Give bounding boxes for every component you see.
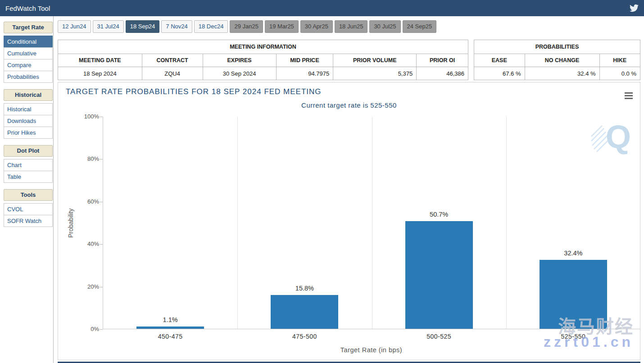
sidebar-item-compare[interactable]: Compare xyxy=(4,59,53,71)
cell-expires: 30 Sep 2024 xyxy=(203,67,276,80)
cell-hike: 0.0 % xyxy=(599,67,640,80)
chart-export-menu-icon[interactable] xyxy=(625,92,633,100)
vertical-gridline xyxy=(640,117,640,329)
probabilities-table: PROBABILITIESEASENO CHANGEHIKE67.6 %32.4… xyxy=(474,40,640,80)
cell-prior-volume: 5,375 xyxy=(333,67,417,80)
column-header-mid-price: MID PRICE xyxy=(276,54,333,67)
sidebar-item-downloads[interactable]: Downloads xyxy=(4,115,53,127)
y-tick-label: 60% xyxy=(72,198,99,205)
sidebar-item-chart[interactable]: Chart xyxy=(4,159,53,171)
tab-19-mar25[interactable]: 19 Mar25 xyxy=(265,20,299,33)
bar-value-label: 50.7% xyxy=(372,211,506,218)
plot-area: 1.1%450-47515.8%475-50050.7%500-52532.4%… xyxy=(103,117,640,329)
sidebar-item-prior-hikes[interactable]: Prior Hikes xyxy=(4,127,53,139)
category-slot-500-525: 50.7%500-525 xyxy=(372,117,506,329)
sidebar-section-target-rate: Target Rate xyxy=(4,22,53,33)
y-tick-mark xyxy=(100,329,103,330)
chart-panel: TARGET RATE PROBABILITIES FOR 18 SEP 202… xyxy=(58,82,640,360)
table-row: 18 Sep 2024ZQU430 Sep 202494.79755,37546… xyxy=(58,67,468,80)
tab-18-sep24[interactable]: 18 Sep24 xyxy=(126,20,160,33)
info-tables-row: MEETING INFORMATIONMEETING DATECONTRACTE… xyxy=(58,40,640,80)
sidebar-section-dot-plot: Dot Plot xyxy=(4,145,53,157)
main-content: 12 Jun2431 Jul2418 Sep247 Nov2418 Dec242… xyxy=(54,16,644,363)
y-tick-mark xyxy=(100,117,103,117)
column-header-prior-volume: PRIOR VOLUME xyxy=(333,54,417,67)
cell-meeting-date: 18 Sep 2024 xyxy=(58,67,142,80)
x-category-label: 500-525 xyxy=(372,333,506,340)
tab-24-sep25[interactable]: 24 Sep25 xyxy=(403,20,437,33)
sidebar-section-tools: Tools xyxy=(4,189,53,201)
bar-value-label: 15.8% xyxy=(237,285,372,292)
sidebar-item-cumulative[interactable]: Cumulative xyxy=(4,47,53,59)
tab-12-jun24[interactable]: 12 Jun24 xyxy=(58,20,91,33)
category-slot-475-500: 15.8%475-500 xyxy=(237,117,372,329)
bar-value-label: 1.1% xyxy=(103,316,237,323)
column-header-meeting-date: MEETING DATE xyxy=(58,54,142,67)
y-tick-mark xyxy=(100,202,103,202)
cell-ease: 67.6 % xyxy=(474,67,525,80)
meeting-tab-bar: 12 Jun2431 Jul2418 Sep247 Nov2418 Dec242… xyxy=(58,20,640,33)
column-header-ease: EASE xyxy=(474,54,525,67)
category-slot-450-475: 1.1%450-475 xyxy=(103,117,237,329)
sidebar: Target RateConditionalCumulativeCompareP… xyxy=(0,16,54,363)
y-tick-label: 40% xyxy=(72,240,99,247)
sidebar-item-cvol[interactable]: CVOL xyxy=(4,203,53,215)
y-axis-title: Probability xyxy=(67,117,74,329)
twitter-icon[interactable] xyxy=(630,4,639,13)
y-tick-label: 0% xyxy=(72,326,99,332)
column-header-hike: HIKE xyxy=(599,54,640,67)
tab-30-apr25[interactable]: 30 Apr25 xyxy=(300,20,333,33)
sidebar-item-conditional[interactable]: Conditional xyxy=(4,36,53,48)
y-tick-mark xyxy=(100,244,103,245)
tab-18-dec24[interactable]: 18 Dec24 xyxy=(194,20,228,33)
tab-7-nov24[interactable]: 7 Nov24 xyxy=(161,20,192,33)
app-header: FedWatch Tool xyxy=(0,0,644,16)
chart-subtitle: Current target rate is 525-550 xyxy=(58,101,640,109)
x-category-label: 475-500 xyxy=(237,333,372,340)
y-tick-mark xyxy=(100,159,103,159)
watermark-url-text: zzrt01.cn xyxy=(544,334,634,350)
y-tick-label: 80% xyxy=(72,155,99,162)
chart-title: TARGET RATE PROBABILITIES FOR 18 SEP 202… xyxy=(66,87,322,96)
cell-contract: ZQU4 xyxy=(142,67,203,80)
sidebar-item-table[interactable]: Table xyxy=(4,171,53,183)
probabilities-table-title: PROBABILITIES xyxy=(474,40,640,54)
app-title: FedWatch Tool xyxy=(5,5,630,12)
bar-value-label: 32.4% xyxy=(506,250,640,257)
tab-29-jan25[interactable]: 29 Jan25 xyxy=(230,20,263,33)
bar-450-475[interactable] xyxy=(136,327,204,329)
column-header-prior-oi: PRIOR OI xyxy=(417,54,468,67)
cell-mid-price: 94.7975 xyxy=(276,67,333,80)
tab-18-jun25[interactable]: 18 Jun25 xyxy=(335,20,368,33)
bar-475-500[interactable] xyxy=(271,295,338,329)
cell-no-change: 32.4 % xyxy=(525,67,599,80)
cell-prior-oi: 46,386 xyxy=(417,67,468,80)
y-tick-label: 100% xyxy=(72,113,99,120)
y-tick-label: 20% xyxy=(72,283,99,290)
column-header-contract: CONTRACT xyxy=(142,54,203,67)
column-header-expires: EXPIRES xyxy=(203,54,276,67)
sidebar-item-probabilities[interactable]: Probabilities xyxy=(4,71,53,83)
tab-30-jul25[interactable]: 30 Jul25 xyxy=(369,20,400,33)
column-header-no-change: NO CHANGE xyxy=(525,54,599,67)
y-tick-mark xyxy=(100,287,103,287)
sidebar-section-historical: Historical xyxy=(4,89,53,101)
bar-500-525[interactable] xyxy=(405,221,473,329)
x-category-label: 450-475 xyxy=(103,333,237,340)
table-row: 67.6 %32.4 %0.0 % xyxy=(474,67,640,80)
sidebar-item-sofr-watch[interactable]: SOFR Watch xyxy=(4,215,53,227)
sidebar-item-historical[interactable]: Historical xyxy=(4,103,53,115)
category-slot-525-550: 32.4%525-550 xyxy=(506,117,640,329)
tab-31-jul24[interactable]: 31 Jul24 xyxy=(93,20,124,33)
meeting-information-table-title: MEETING INFORMATION xyxy=(58,40,468,54)
meeting-information-table: MEETING INFORMATIONMEETING DATECONTRACTE… xyxy=(58,40,468,80)
